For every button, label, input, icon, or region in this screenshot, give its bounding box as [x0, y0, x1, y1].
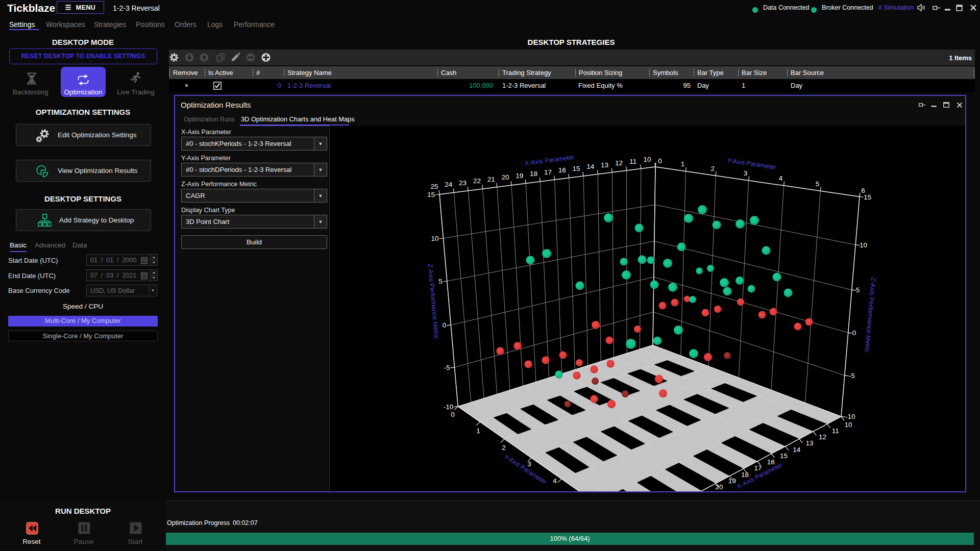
svg-text:18: 18	[530, 170, 537, 178]
svg-text:0: 0	[852, 329, 856, 337]
svg-text:20: 20	[501, 173, 509, 181]
svg-text:5: 5	[438, 278, 443, 285]
svg-text:-10: -10	[444, 403, 454, 411]
svg-text:3: 3	[744, 169, 748, 177]
svg-text:15: 15	[572, 165, 580, 172]
svg-text:11: 11	[832, 427, 839, 435]
svg-text:-10: -10	[845, 413, 855, 420]
svg-text:-5: -5	[849, 372, 855, 380]
svg-text:0: 0	[658, 157, 662, 165]
svg-text:23: 23	[459, 179, 467, 187]
svg-text:0: 0	[443, 321, 447, 329]
svg-text:1: 1	[681, 160, 685, 168]
svg-text:18: 18	[741, 471, 749, 479]
svg-text:25: 25	[430, 183, 438, 190]
svg-text:22: 22	[473, 177, 481, 185]
svg-text:17: 17	[544, 168, 552, 176]
svg-text:1: 1	[476, 427, 480, 435]
svg-text:5: 5	[856, 286, 860, 294]
svg-text:5: 5	[816, 180, 820, 188]
svg-text:0: 0	[451, 411, 455, 418]
svg-text:2: 2	[502, 444, 506, 452]
svg-text:14: 14	[586, 163, 595, 170]
svg-text:6: 6	[861, 187, 865, 194]
svg-text:21: 21	[487, 176, 495, 183]
svg-text:16: 16	[558, 166, 566, 174]
svg-text:10: 10	[643, 156, 651, 163]
svg-text:4: 4	[779, 174, 783, 182]
svg-text:13: 13	[806, 439, 814, 447]
svg-text:12: 12	[819, 433, 826, 441]
svg-text:-5: -5	[444, 364, 450, 371]
svg-text:10: 10	[860, 241, 867, 249]
svg-text:2: 2	[710, 165, 715, 172]
svg-text:19: 19	[516, 172, 523, 180]
svg-text:10: 10	[844, 421, 852, 429]
svg-text:19: 19	[728, 477, 736, 485]
svg-text:12: 12	[615, 159, 623, 167]
svg-text:11: 11	[629, 158, 636, 165]
svg-text:4: 4	[553, 477, 557, 485]
svg-text:15: 15	[427, 191, 435, 198]
svg-text:14: 14	[793, 446, 801, 454]
svg-text:13: 13	[601, 161, 608, 169]
svg-text:10: 10	[431, 235, 438, 242]
svg-text:24: 24	[445, 181, 453, 188]
svg-text:20: 20	[715, 483, 723, 491]
svg-text:15: 15	[780, 452, 788, 460]
